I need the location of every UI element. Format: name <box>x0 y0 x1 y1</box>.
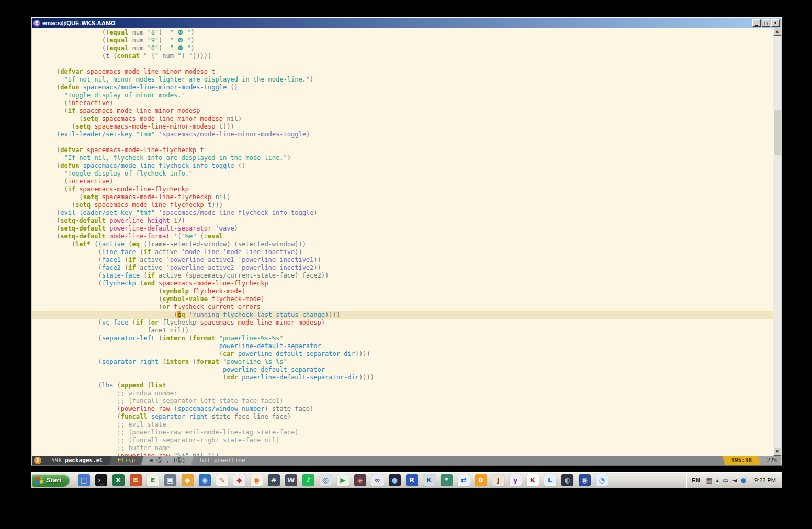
scroll-track[interactable] <box>773 36 781 448</box>
photo-tool-icon[interactable]: ◈ <box>354 474 366 486</box>
modeline-minor-modes[interactable]: ⊕ Ⓐ , (Ⓢ) <box>145 456 189 465</box>
irc-icon[interactable]: # <box>268 474 280 486</box>
modeline: 1 - 59k packages.el Elisp ⊕ Ⓐ , (Ⓢ) Git-… <box>32 456 781 465</box>
blue-sphere-icon[interactable]: ◉ <box>579 474 591 486</box>
modeline-vc-branch[interactable]: Git-powerline <box>196 456 720 465</box>
eclipse-icon[interactable]: ◐ <box>561 474 573 486</box>
orange-browser-icon[interactable]: ◉ <box>251 474 263 486</box>
buffer-state: - 59k <box>44 456 62 465</box>
powerline-separator <box>756 456 762 465</box>
taskbar: Start ▤›_X✉E▣◆◉✎◆◉#W♪◎▶◈∞●RK*⇄0JyKL◐◉◔ E… <box>31 472 782 488</box>
orange-zero-icon[interactable]: 0 <box>475 474 487 486</box>
code-line <box>32 139 773 146</box>
modeline-major-mode[interactable]: Elisp <box>114 456 139 465</box>
scroll-down-arrow[interactable]: ▼ <box>773 448 781 456</box>
modeline-buffer-segment[interactable]: 1 - 59k packages.el <box>32 456 107 465</box>
media-play-icon[interactable]: ▶ <box>337 474 349 486</box>
green-tool-icon[interactable]: * <box>441 474 453 486</box>
editor-icon[interactable]: E <box>147 474 159 486</box>
display-settings-icon[interactable]: ▭ <box>723 477 728 484</box>
taskbar-icons: ▤›_X✉E▣◆◉✎◆◉#W♪◎▶◈∞●RK*⇄0JyKL◐◉◔ <box>76 474 610 486</box>
purple-y-icon[interactable]: y <box>510 474 522 486</box>
code-line: (evil-leader/set-key "tmf" 'spacemacs/mo… <box>32 209 773 217</box>
code-line: (defun spacemacs/mode-line-flycheck-info… <box>32 162 773 170</box>
window-number-badge: 1 <box>34 457 41 464</box>
code-line: (separator-left (intern (format "powerli… <box>32 335 773 342</box>
emacs-window: E emacs@QUE-WKS-AA593 _ □ × ((equal num … <box>31 17 782 466</box>
dark-globe-icon[interactable]: ● <box>389 474 401 486</box>
infinity-app-icon[interactable]: ∞ <box>371 474 384 486</box>
code-line: (setq-default powerline-height 17) <box>32 217 773 225</box>
code-line: "Toggle display of minor modes." <box>32 91 773 99</box>
code-line: (eq 'running flycheck-last-status-change… <box>32 311 773 319</box>
code-line: (setq-default mode-line-format '("%e" (:… <box>32 233 773 240</box>
start-button-label: Start <box>46 476 62 484</box>
scroll-up-arrow[interactable]: ▲ <box>773 28 781 36</box>
code-line: (cdr powerline-default-separator-dir)))) <box>32 374 773 382</box>
code-line: ;; (funcall separator-right state-face n… <box>32 436 773 444</box>
code-line: (setq-default powerline-default-separato… <box>32 225 773 233</box>
text-editor-icon[interactable]: ✎ <box>216 474 228 486</box>
windows-flag-icon <box>36 476 43 484</box>
sync-tool-icon[interactable]: ⇄ <box>458 474 470 486</box>
powerline-separator <box>139 456 145 465</box>
volume-icon[interactable]: ◄ <box>732 477 737 484</box>
code-area[interactable]: ((equal num "8") " ❽ ") ((equal num "9")… <box>32 28 773 456</box>
code-line: (t (concat " (" num ") "))))) <box>32 52 773 60</box>
code-line: (evil-leader/set-key "tmm" 'spacemacs/mo… <box>32 131 773 139</box>
code-line: (let* ((active (eq (frame-selected-windo… <box>32 240 773 248</box>
code-line: (face2 (if active 'powerline-active2 'po… <box>32 264 773 272</box>
code-line: (powerline-raw (spacemacs/window-number)… <box>32 405 773 413</box>
window-client: ((equal num "8") " ❽ ") ((equal num "9")… <box>32 28 781 456</box>
buffer-name[interactable]: packages.el <box>65 456 103 465</box>
modeline-line-col[interactable]: 395:38 <box>727 456 756 465</box>
code-line: ;; (funcall separator-left state-face fa… <box>32 397 773 405</box>
blue-l-icon[interactable]: L <box>544 474 556 486</box>
maximize-button[interactable]: □ <box>762 19 770 27</box>
taskbar-clock[interactable]: 9:22 PM <box>754 477 776 484</box>
code-line: (interactive) <box>32 99 773 107</box>
mail-icon[interactable]: ✉ <box>130 474 142 486</box>
code-line: (setq spacemacs-mode-line-flycheckp t))) <box>32 201 773 209</box>
code-line: "Toggle display of flycheck info." <box>32 170 773 178</box>
code-line: (lhs (append (list <box>32 382 773 389</box>
scroll-thumb[interactable] <box>773 110 781 155</box>
diamond-app-icon[interactable]: ◆ <box>233 474 245 486</box>
command-prompt-icon[interactable]: ›_ <box>95 474 107 486</box>
code-line: (vc-face (if (or flycheckp spacemacs-mod… <box>32 319 773 327</box>
red-k-icon[interactable]: K <box>527 474 539 486</box>
titlebar[interactable]: E emacs@QUE-WKS-AA593 _ □ × <box>32 18 781 28</box>
code-line: ;; buffer name <box>32 444 773 452</box>
language-indicator[interactable]: EN <box>692 477 700 484</box>
code-line: (if spacemacs-mode-line-minor-modesp <box>32 107 773 115</box>
modeline-buffer-percent[interactable]: 22% <box>762 456 781 465</box>
start-button[interactable]: Start <box>32 474 69 487</box>
code-line: (powerline-raw "%*" nil 'l) <box>32 452 773 456</box>
code-line: (line-face (if active 'mode-line 'mode-l… <box>32 248 773 256</box>
close-button[interactable]: × <box>771 19 780 27</box>
file-explorer-icon[interactable]: ▤ <box>78 474 90 486</box>
coffee-app-icon[interactable]: J <box>492 474 504 486</box>
light-browser-icon[interactable]: ◔ <box>596 474 608 486</box>
printer-icon[interactable]: ▦ <box>706 477 712 484</box>
word-processor-icon[interactable]: W <box>285 474 297 486</box>
hidden-icons-chevron[interactable]: ▴ <box>716 477 719 484</box>
powerline-separator <box>107 456 114 465</box>
desktop-screen: E emacs@QUE-WKS-AA593 _ □ × ((equal num … <box>31 17 782 488</box>
browser-globe-icon[interactable]: ◉ <box>199 474 211 486</box>
password-manager-icon[interactable]: K <box>423 474 435 486</box>
code-line <box>32 60 773 68</box>
spreadsheet-icon[interactable]: X <box>112 474 125 486</box>
music-player-icon[interactable]: ♪ <box>302 474 314 486</box>
notes-icon[interactable]: ◆ <box>182 474 194 486</box>
code-line: (defun spacemacs/mode-line-minor-modes-t… <box>32 84 773 91</box>
network-status-icon[interactable]: ● <box>741 477 746 484</box>
remote-app-icon[interactable]: R <box>406 474 418 486</box>
silver-app-icon[interactable]: ◎ <box>320 474 332 486</box>
minimize-button[interactable]: _ <box>752 19 761 27</box>
terminal-icon[interactable]: ▣ <box>164 474 176 486</box>
code-line: ((equal num "0") " ❿ ") <box>32 44 773 52</box>
scrollbar[interactable]: ▲ ▼ <box>773 28 781 456</box>
code-line: (if spacemacs-mode-line-flycheckp <box>32 186 773 193</box>
quick-launch-handle[interactable] <box>72 475 73 486</box>
